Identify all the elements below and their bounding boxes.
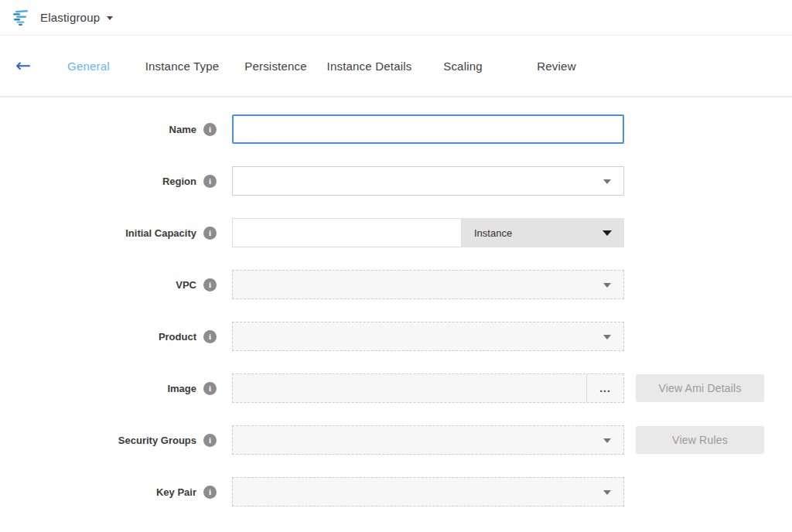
label-col: Image i — [0, 382, 217, 395]
initial-capacity-label: Initial Capacity — [125, 227, 196, 239]
capacity-unit-select[interactable]: Instance — [462, 218, 624, 247]
wizard-tab-bar: ← General Instance Type Persistence Inst… — [0, 36, 792, 97]
image-input-disabled: ... — [232, 373, 624, 403]
dropdown-caret-icon — [603, 490, 611, 495]
field-col — [232, 425, 624, 455]
tab-scaling[interactable]: Scaling — [416, 60, 510, 73]
name-label: Name — [169, 124, 196, 135]
wizard-tabs: General Instance Type Persistence Instan… — [42, 60, 603, 73]
label-col: VPC i — [0, 278, 217, 292]
tab-review[interactable]: Review — [510, 60, 603, 73]
info-icon[interactable]: i — [203, 123, 217, 136]
info-icon[interactable]: i — [203, 175, 217, 188]
name-input[interactable] — [232, 114, 624, 144]
general-form: Name i Region i Initial Capacity i Insta… — [0, 97, 792, 506]
info-icon[interactable]: i — [203, 227, 217, 240]
field-col — [232, 322, 624, 351]
info-icon[interactable]: i — [203, 382, 217, 395]
tab-persistence[interactable]: Persistence — [229, 60, 323, 73]
label-col: Product i — [0, 330, 217, 343]
form-row-security-groups: Security Groups i View Rules — [0, 425, 792, 455]
form-row-name: Name i — [0, 114, 792, 144]
dropdown-caret-icon — [603, 438, 611, 443]
dropdown-caret-icon — [603, 230, 612, 236]
initial-capacity-input[interactable] — [232, 218, 462, 247]
tab-instance-type[interactable]: Instance Type — [135, 60, 229, 73]
vpc-select-disabled — [232, 270, 624, 299]
region-select[interactable] — [232, 166, 624, 196]
label-col: Region i — [0, 175, 217, 188]
label-col: Key Pair i — [0, 486, 217, 499]
dropdown-caret-icon — [603, 283, 611, 288]
back-button[interactable]: ← — [15, 54, 39, 77]
label-col: Security Groups i — [0, 434, 217, 447]
tab-instance-details[interactable]: Instance Details — [323, 60, 416, 73]
dropdown-caret-icon — [603, 179, 611, 184]
form-row-initial-capacity: Initial Capacity i Instance — [0, 218, 792, 247]
view-ami-details-button: View Ami Details — [636, 374, 764, 402]
capacity-unit-value: Instance — [474, 227, 512, 239]
form-row-region: Region i — [0, 166, 792, 196]
label-col: Initial Capacity i — [0, 227, 217, 240]
form-row-vpc: VPC i — [0, 270, 792, 299]
info-icon[interactable]: i — [203, 486, 217, 499]
region-label: Region — [162, 176, 196, 187]
tab-general[interactable]: General — [42, 60, 135, 73]
chevron-down-icon — [107, 16, 113, 20]
dropdown-caret-icon — [603, 335, 611, 339]
browse-ellipsis-button: ... — [586, 374, 623, 402]
field-col — [232, 114, 624, 144]
security-groups-label: Security Groups — [118, 435, 196, 446]
field-col: Instance — [232, 218, 624, 247]
view-rules-button: View Rules — [636, 426, 764, 454]
info-icon[interactable]: i — [203, 434, 217, 447]
form-row-product: Product i — [0, 322, 792, 351]
info-icon[interactable]: i — [203, 278, 217, 292]
product-select-disabled — [232, 322, 624, 351]
key-pair-label: Key Pair — [156, 486, 196, 498]
product-label: Product — [159, 331, 196, 343]
field-col — [232, 477, 624, 506]
app-name: Elastigroup — [40, 11, 100, 24]
info-icon[interactable]: i — [203, 330, 217, 343]
form-row-image: Image i ... View Ami Details — [0, 373, 792, 403]
field-col — [232, 270, 624, 299]
image-label: Image — [167, 383, 196, 394]
field-col — [232, 166, 624, 196]
app-switcher[interactable]: Elastigroup — [12, 9, 113, 27]
vpc-label: VPC — [176, 279, 196, 291]
form-row-key-pair: Key Pair i — [0, 477, 792, 506]
key-pair-select-disabled — [232, 477, 624, 506]
top-bar: Elastigroup — [0, 0, 792, 36]
security-groups-select-disabled — [232, 425, 624, 455]
field-col: ... — [232, 373, 624, 403]
label-col: Name i — [0, 123, 217, 136]
elastigroup-logo-icon — [12, 9, 31, 27]
